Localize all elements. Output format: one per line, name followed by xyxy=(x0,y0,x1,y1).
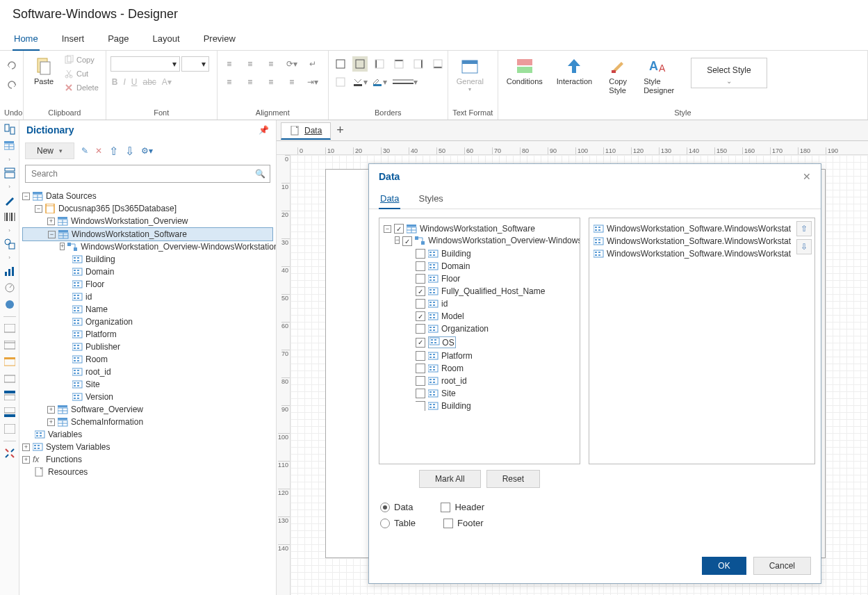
align-just-icon[interactable]: ≡ xyxy=(284,74,300,90)
tree-item-software[interactable]: −WindowsWorkstation_Software xyxy=(22,227,273,241)
checkbox[interactable] xyxy=(416,376,425,386)
tree-field[interactable]: Site xyxy=(22,378,273,391)
paste-button[interactable]: Paste xyxy=(28,54,60,89)
general-format-button[interactable]: General▾ xyxy=(452,54,488,96)
close-icon[interactable]: ✕ xyxy=(803,171,811,182)
dialog-tab-styles[interactable]: Styles xyxy=(417,190,444,209)
wrap-icon[interactable]: ↵ xyxy=(305,56,320,72)
tool-sphere-icon[interactable] xyxy=(3,298,16,311)
align-top-icon[interactable]: ≡ xyxy=(222,56,237,72)
checkbox[interactable] xyxy=(416,351,425,361)
selected-fields-list[interactable]: ⇧ ⇩ WindowsWorkstation_Software.WindowsW… xyxy=(589,218,815,464)
expander[interactable]: + xyxy=(22,456,30,464)
style-designer-button[interactable]: AAStyle Designer xyxy=(639,54,678,98)
field-tree[interactable]: −✓WindowsWorkstation_Software −✓WindowsW… xyxy=(379,218,580,464)
tree-field[interactable]: Platform xyxy=(22,328,273,341)
tool-b-icon[interactable] xyxy=(3,339,16,352)
border-none-icon[interactable] xyxy=(352,56,368,72)
tool-d-icon[interactable] xyxy=(3,373,16,385)
reset-button[interactable]: Reset xyxy=(486,470,540,488)
field-row[interactable]: Room xyxy=(382,362,577,375)
menu-home[interactable]: Home xyxy=(13,31,40,51)
border-b-icon[interactable] xyxy=(430,56,445,72)
menu-insert[interactable]: Insert xyxy=(60,31,86,50)
checkbox[interactable] xyxy=(416,401,425,411)
selected-field[interactable]: WindowsWorkstation_Software.WindowsWorks… xyxy=(592,235,792,247)
tree-field[interactable]: Floor xyxy=(22,278,273,291)
font-color-button[interactable]: A▾ xyxy=(162,77,172,87)
selected-field[interactable]: WindowsWorkstation_Software.WindowsWorks… xyxy=(592,222,792,235)
tool-g-icon[interactable] xyxy=(3,423,16,435)
field-row[interactable]: ✓Fully_Qualified_Host_Name xyxy=(382,285,577,298)
align-bot-icon[interactable]: ≡ xyxy=(263,56,279,72)
add-tab-button[interactable]: + xyxy=(331,123,350,138)
conditions-button[interactable]: Conditions xyxy=(502,54,547,89)
tool-a-icon[interactable] xyxy=(3,323,16,335)
align-center-icon[interactable]: ≡ xyxy=(243,74,258,90)
gear-icon[interactable]: ⚙▾ xyxy=(141,146,153,156)
align-mid-icon[interactable]: ≡ xyxy=(243,56,258,72)
cancel-button[interactable]: Cancel xyxy=(753,557,811,575)
border-l-icon[interactable] xyxy=(372,56,387,72)
tree-field[interactable]: Name xyxy=(22,303,273,316)
tool-cursor-icon[interactable] xyxy=(3,123,16,136)
checkbox[interactable]: ✓ xyxy=(394,224,404,234)
menu-layout[interactable]: Layout xyxy=(152,31,181,50)
field-row[interactable]: ✓ OS xyxy=(382,335,577,350)
field-row[interactable]: Platform xyxy=(382,350,577,362)
new-button[interactable]: New▾ xyxy=(25,142,74,159)
border-color-icon[interactable]: ▾ xyxy=(372,74,387,90)
expander[interactable]: − xyxy=(22,193,30,200)
check-footer[interactable]: Footer xyxy=(443,518,484,528)
checkbox[interactable]: ✓ xyxy=(416,286,425,296)
tree-field[interactable]: id xyxy=(22,291,273,303)
ok-button[interactable]: OK xyxy=(702,557,746,575)
expander[interactable]: − xyxy=(35,205,42,213)
mark-all-button[interactable]: Mark All xyxy=(419,470,481,488)
indent-icon[interactable]: ⇥▾ xyxy=(305,74,320,90)
align-left-icon[interactable]: ≡ xyxy=(222,74,237,90)
redo-icon[interactable] xyxy=(4,77,19,92)
tool-tools-icon[interactable] xyxy=(3,447,16,459)
check-header[interactable]: Header xyxy=(441,502,484,512)
up-arrow-icon[interactable]: ⇧ xyxy=(109,145,118,158)
border-style-icon[interactable]: ▾ xyxy=(391,74,419,90)
checkbox[interactable] xyxy=(416,324,425,334)
fill-color-icon[interactable]: ▾ xyxy=(352,74,368,90)
expander[interactable]: + xyxy=(60,243,65,250)
tool-gauge-icon[interactable] xyxy=(3,282,16,294)
align-right-icon[interactable]: ≡ xyxy=(263,74,279,90)
tool-f-icon[interactable] xyxy=(3,406,16,418)
tree-field[interactable]: Version xyxy=(22,391,273,403)
rotate-icon[interactable]: ⟳▾ xyxy=(284,56,300,72)
pin-icon[interactable]: 📌 xyxy=(259,125,269,135)
edit-icon[interactable]: ✎ xyxy=(81,146,88,156)
search-input[interactable]: 🔍 xyxy=(25,165,270,183)
checkbox[interactable] xyxy=(416,249,425,259)
selected-field[interactable]: WindowsWorkstation_Software.WindowsWorks… xyxy=(592,247,792,260)
expander[interactable]: + xyxy=(22,443,30,451)
expander[interactable]: + xyxy=(47,406,55,414)
radio-data[interactable]: Data xyxy=(380,502,413,512)
tree-field[interactable]: root_id xyxy=(22,366,273,378)
tool-c-icon[interactable] xyxy=(3,356,16,368)
bold-button[interactable]: B xyxy=(112,77,118,87)
field-row[interactable]: ✓Model xyxy=(382,310,577,323)
menu-page[interactable]: Page xyxy=(106,31,130,50)
tree-field[interactable]: Organization xyxy=(22,316,273,328)
radio-table[interactable]: Table xyxy=(380,518,416,528)
field-row[interactable]: Site xyxy=(382,387,577,400)
interaction-button[interactable]: Interaction xyxy=(552,54,596,89)
tool-shape-icon[interactable] xyxy=(3,238,16,250)
border-outline-icon[interactable] xyxy=(333,74,348,90)
border-t-icon[interactable] xyxy=(391,56,407,72)
tree-field[interactable]: Room xyxy=(22,353,273,366)
select-style-button[interactable]: Select Style ⌄ xyxy=(691,58,767,88)
underline-button[interactable]: U xyxy=(131,77,138,87)
dialog-tab-data[interactable]: Data xyxy=(379,190,400,209)
field-row[interactable]: Domain xyxy=(382,260,577,272)
field-row[interactable]: Floor xyxy=(382,272,577,285)
tool-barcode-icon[interactable] xyxy=(3,211,16,223)
field-row[interactable]: Building xyxy=(382,247,577,260)
tab-data[interactable]: Data xyxy=(281,122,331,140)
